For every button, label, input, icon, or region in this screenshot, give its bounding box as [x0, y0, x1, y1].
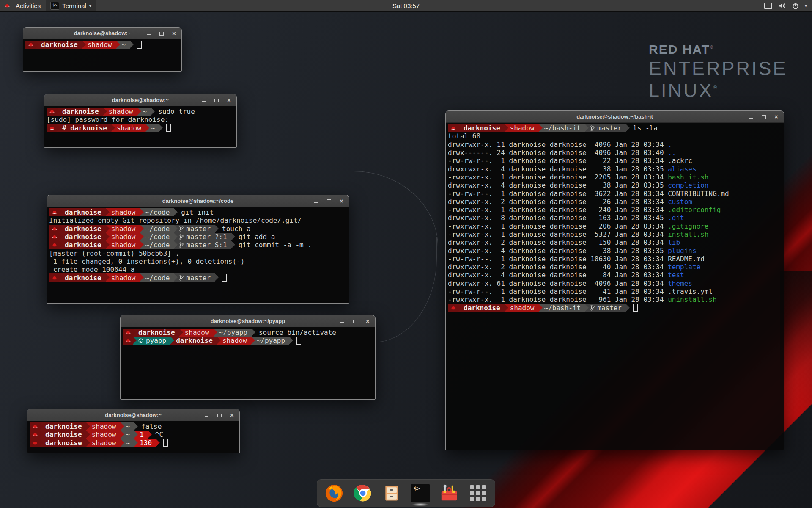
terminal-content[interactable]: darknoiseshadow~/bash-itmasterls -latota… [446, 123, 784, 450]
toolbox-icon [439, 483, 459, 503]
file-attributes: drwxrwxr-x. 4 darknoise darknoise 38 Jan… [448, 165, 668, 173]
prompt-segment-path: ~/code [140, 208, 174, 216]
terminal-line: darknoiseshadow~/bash-itmasterls -la [448, 124, 782, 132]
terminal-line: darknoiseshadow~/codegit init [49, 208, 347, 216]
close-button[interactable]: × [229, 412, 235, 418]
terminal-content[interactable]: darknoiseshadow~sudo true[sudo] password… [44, 106, 236, 147]
minimize-button[interactable] [146, 30, 151, 36]
maximize-button[interactable] [217, 412, 222, 418]
window-titlebar[interactable]: darknoise@shadow:~/code × [47, 195, 349, 207]
terminal-line: pyappdarknoiseshadow~/pyapp [123, 337, 373, 345]
window-titlebar[interactable]: darknoise@shadow:~ × [44, 94, 236, 106]
wallpaper-arc-line [372, 237, 437, 342]
command-text: sudo true [158, 108, 195, 116]
maximize-button[interactable] [326, 198, 332, 204]
redhat-prompt-icon [47, 108, 57, 116]
minimize-button[interactable] [204, 412, 209, 418]
terminal-content[interactable]: darknoiseshadow~/codegit initInitialized… [47, 207, 349, 303]
screen-icon[interactable] [764, 3, 772, 9]
window-titlebar[interactable]: darknoise@shadow:~/pyapp × [121, 315, 375, 327]
redhat-prompt-icon [123, 337, 133, 345]
terminal-line: drwx------. 24 darknoise darknoise 4096 … [448, 149, 782, 157]
command-text: touch a [222, 225, 250, 233]
terminal-cursor [222, 274, 227, 282]
prompt-segment-path: ~/pyapp [214, 329, 252, 337]
prompt-segment-user: darknoise [170, 337, 217, 345]
minimize-button[interactable] [313, 198, 319, 204]
dock: $> [317, 479, 495, 507]
file-name: .gitignore [668, 222, 708, 230]
prompt-segment-host: shadow [106, 208, 140, 216]
maximize-button[interactable] [352, 318, 358, 324]
prompt-segment-user: darknoise [59, 208, 106, 216]
power-icon[interactable] [792, 3, 799, 9]
minimize-button[interactable] [201, 97, 206, 103]
window-titlebar[interactable]: darknoise@shadow:~ × [27, 409, 239, 421]
dock-item-terminal[interactable]: $> [410, 483, 431, 503]
maximize-button[interactable] [214, 97, 219, 103]
minimize-button[interactable] [340, 318, 345, 324]
prompt-segment-branch: master [585, 124, 626, 132]
terminal-line: drwxrwxr-x. 4 darknoise darknoise 84 Jan… [448, 271, 782, 279]
terminal-content[interactable]: darknoiseshadow~/pyappsource bin/activat… [121, 327, 375, 399]
dock-item-toolbox[interactable] [439, 483, 459, 503]
terminal-content[interactable]: darknoiseshadow~falsedarknoiseshadow~1^C… [27, 421, 239, 453]
minimize-button[interactable] [748, 114, 754, 119]
terminal-line: drwxrwxr-x. 2 darknoise darknoise 150 Ja… [448, 238, 782, 246]
redhat-prompt-icon [49, 233, 59, 241]
close-button[interactable]: × [339, 198, 344, 204]
terminal-line: -rwxrwxr-x. 1 darknoise darknoise 2205 J… [448, 173, 782, 181]
file-attributes: drwxrwxr-x. 4 darknoise darknoise 38 Jan… [448, 247, 668, 255]
redhat-prompt-icon [448, 124, 458, 132]
maximize-button[interactable] [761, 114, 766, 119]
redhat-prompt-icon [47, 124, 57, 132]
window-titlebar[interactable]: darknoise@shadow:~/bash-it × [446, 111, 784, 123]
file-attributes: -rw-rw-r--. 1 darknoise darknoise 18630 … [448, 255, 668, 263]
top-bar: Activities $> Terminal ▾ Sat 03:57 ▾ [0, 0, 812, 12]
terminal-content[interactable]: darknoiseshadow~ [23, 39, 181, 71]
dock-item-chrome[interactable] [353, 483, 373, 503]
dock-item-appgrid[interactable] [468, 483, 488, 503]
command-text: ls -la [633, 124, 658, 132]
terminal-line: -rw-rw-r--. 1 darknoise darknoise 3622 J… [448, 189, 782, 197]
terminal-window: darknoise@shadow:~/pyapp × darknoiseshad… [120, 315, 376, 400]
command-text: git commit -a -m . [239, 241, 312, 249]
file-attributes: -rwxrwxr-x. 1 darknoise darknoise 5327 J… [448, 230, 668, 238]
firefox-icon [324, 483, 344, 503]
dock-item-firefox[interactable] [324, 483, 344, 503]
prompt-segment-user: darknoise [133, 329, 179, 337]
volume-icon[interactable] [778, 3, 786, 9]
maximize-button[interactable] [159, 30, 164, 36]
prompt-segment-host: shadow [86, 422, 121, 431]
dock-item-files[interactable] [381, 483, 402, 503]
prompt-segment-host: shadow [106, 273, 140, 282]
prompt-segment-path: ~/bash-it [539, 304, 585, 312]
logo-redhat-line: RED HAT® [649, 42, 787, 57]
prompt-segment-user: darknoise [59, 225, 106, 233]
close-button[interactable]: × [171, 30, 177, 36]
window-titlebar[interactable]: darknoise@shadow:~ × [23, 28, 181, 39]
terminal-line: darknoiseshadow~/codemastertouch a [49, 225, 347, 233]
prompt-segment-host: shadow [86, 439, 121, 447]
clock[interactable]: Sat 03:57 [0, 2, 812, 9]
wallpaper-arc-line [337, 171, 438, 298]
terminal-line: drwxrwxr-x. 4 darknoise darknoise 38 Jan… [448, 165, 782, 173]
file-name: custom [668, 198, 692, 206]
logo-enterprise-line: ENTERPRISE [649, 58, 787, 80]
prompt-segment-host: shadow [505, 124, 539, 132]
prompt-segment-host: shadow [103, 108, 137, 116]
file-attributes: -rwxrwxr-x. 1 darknoise darknoise 240 Ja… [448, 206, 668, 214]
close-button[interactable]: × [226, 97, 232, 103]
terminal-line: total 68 [448, 132, 782, 140]
close-button[interactable]: × [774, 114, 779, 119]
terminal-line: # darknoiseshadow~ [47, 124, 234, 132]
prompt-segment-user: darknoise [59, 241, 106, 249]
chevron-down-icon[interactable]: ▾ [805, 3, 807, 8]
file-name: .. [668, 149, 676, 157]
prompt-segment-user: darknoise [57, 108, 103, 116]
file-attributes: -rwxrwxr-x. 1 darknoise darknoise 2205 J… [448, 173, 668, 181]
terminal-line: darknoiseshadow~/codemaster ?:1git add a [49, 233, 347, 241]
file-name: .git [668, 214, 684, 222]
output-text: 1 file changed, 0 insertions(+), 0 delet… [49, 257, 244, 265]
close-button[interactable]: × [365, 318, 370, 324]
